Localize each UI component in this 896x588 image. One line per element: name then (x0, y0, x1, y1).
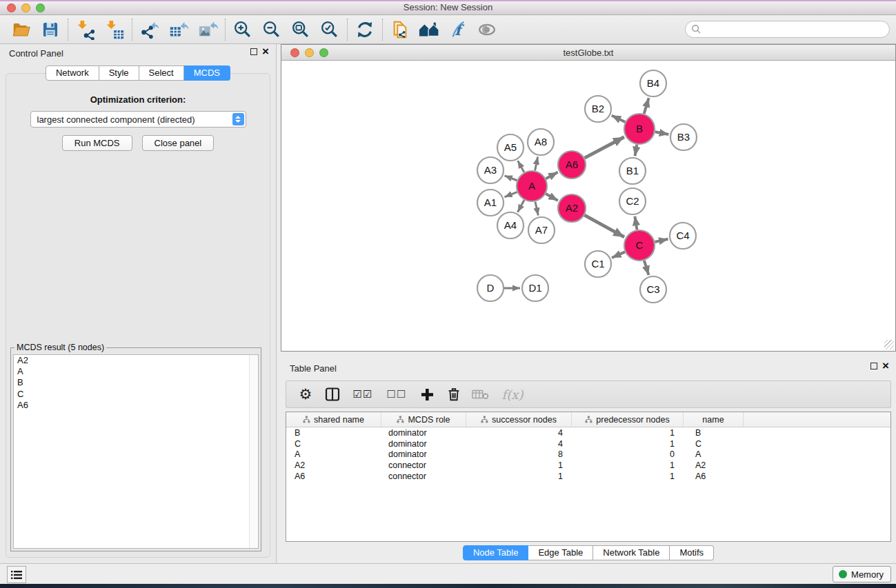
graph-edge[interactable] (546, 172, 557, 179)
graph-node-B[interactable]: B (624, 114, 655, 144)
graph-node-A2[interactable]: A2 (558, 194, 586, 222)
import-network-icon[interactable] (71, 17, 100, 42)
column-header-shared-name[interactable]: shared name (286, 412, 381, 427)
close-panel-icon[interactable]: × (882, 362, 889, 369)
table-cell[interactable]: B (684, 428, 744, 438)
clone-network-icon[interactable] (386, 17, 415, 42)
table-cell[interactable]: C (684, 439, 744, 449)
gear-icon[interactable]: ⚙ (295, 384, 316, 405)
table-cell[interactable]: 1 (572, 472, 684, 481)
eye-icon[interactable] (472, 17, 501, 42)
close-panel-icon[interactable]: × (262, 48, 269, 55)
graph-node-A5[interactable]: A5 (497, 134, 524, 161)
graph-edge[interactable] (535, 201, 538, 215)
tab-network[interactable]: Network (46, 65, 99, 81)
import-table-icon[interactable] (100, 17, 129, 42)
graph-node-A7[interactable]: A7 (528, 217, 555, 243)
table-cell[interactable]: dominator (381, 428, 466, 438)
table-cell[interactable]: 4 (466, 439, 572, 449)
graph-node-A[interactable]: A (517, 171, 547, 201)
list-item[interactable]: B (14, 377, 258, 388)
table-cell[interactable]: A2 (684, 460, 744, 470)
open-session-icon[interactable] (7, 17, 36, 42)
table-cell[interactable]: 4 (466, 428, 572, 438)
show-log-button[interactable] (7, 566, 26, 583)
delete-table-icon[interactable] (470, 384, 491, 405)
save-session-icon[interactable] (36, 17, 65, 42)
graph-node-A1[interactable]: A1 (477, 190, 504, 216)
graph-node-A8[interactable]: A8 (528, 129, 554, 155)
search-box[interactable] (685, 21, 890, 38)
network-window-titlebar[interactable]: testGlobe.txt (281, 45, 895, 61)
graph-node-A3[interactable]: A3 (477, 157, 504, 183)
table-cell[interactable]: connector (381, 472, 466, 481)
add-column-icon[interactable] (417, 384, 437, 405)
table-cell[interactable]: 8 (466, 449, 572, 459)
close-panel-button[interactable]: Close panel (142, 135, 215, 151)
graph-edge[interactable] (505, 176, 517, 181)
graph-edge[interactable] (655, 132, 669, 134)
run-mcds-button[interactable]: Run MCDS (62, 135, 132, 151)
table-cell[interactable]: dominator (381, 449, 466, 459)
table-cell[interactable]: C (286, 439, 381, 449)
home-icon[interactable] (415, 17, 444, 42)
export-image-icon[interactable] (193, 17, 222, 42)
table-cell[interactable]: 1 (572, 439, 684, 449)
table-row[interactable]: Bdominator41B (286, 427, 890, 438)
graph-node-B2[interactable]: B2 (585, 96, 611, 122)
graph-node-A6[interactable]: A6 (558, 151, 586, 179)
graph-edge[interactable] (546, 194, 558, 201)
mcds-result-list[interactable]: A2ABCA6 (13, 354, 259, 549)
export-table-icon[interactable] (164, 17, 193, 42)
zoom-fit-icon[interactable] (286, 17, 315, 42)
table-cell[interactable]: connector (381, 460, 466, 470)
graph-node-C3[interactable]: C3 (640, 276, 666, 303)
list-item[interactable]: A (14, 366, 258, 377)
delete-icon[interactable] (444, 384, 464, 405)
graph-node-D1[interactable]: D1 (522, 275, 548, 301)
tab-network-table[interactable]: Network Table (593, 545, 670, 560)
optimization-criterion-select[interactable]: largest connected component (directed) (30, 111, 246, 128)
graph-edge[interactable] (612, 116, 625, 122)
table-cell[interactable]: A6 (286, 472, 381, 481)
export-network-icon[interactable] (135, 17, 164, 42)
column-header-predecessor-nodes[interactable]: predecessor nodes (572, 412, 684, 427)
zoom-in-icon[interactable] (228, 17, 257, 42)
graph-node-C2[interactable]: C2 (619, 188, 646, 214)
toggle-graphics-details-icon[interactable]: f (444, 17, 472, 42)
select-all-icon[interactable]: ☑☑ (349, 384, 377, 405)
graph-node-C4[interactable]: C4 (670, 223, 696, 249)
zoom-selected-icon[interactable] (315, 17, 344, 42)
network-canvas[interactable]: AA1A2A3A4A5A6A7A8BB1B2B3B4CC1C2C3C4DD1 (281, 61, 895, 351)
table-cell[interactable]: A6 (684, 472, 744, 481)
column-view-icon[interactable] (322, 384, 343, 405)
table-cell[interactable]: 1 (572, 460, 684, 470)
table-cell[interactable]: B (286, 428, 381, 438)
graph-edge[interactable] (585, 137, 624, 158)
graph-node-B1[interactable]: B1 (619, 158, 646, 184)
list-item[interactable]: C (14, 389, 258, 400)
column-header-mcds-role[interactable]: MCDS role (381, 412, 466, 427)
table-cell[interactable]: 1 (572, 428, 684, 438)
table-cell[interactable]: 1 (466, 472, 572, 481)
table-row[interactable]: Adominator80A (286, 449, 890, 460)
table-row[interactable]: A6connector11A6 (286, 471, 890, 482)
deselect-all-icon[interactable]: ☐☐ (383, 384, 410, 405)
function-builder-icon[interactable]: f(x) (497, 384, 528, 405)
zoom-out-icon[interactable] (257, 17, 286, 42)
column-header-successor-nodes[interactable]: successor nodes (466, 412, 572, 427)
graph-node-C1[interactable]: C1 (585, 251, 611, 277)
table-cell[interactable]: A (286, 449, 381, 459)
table-cell[interactable]: 0 (572, 449, 684, 459)
graph-edge[interactable] (612, 252, 625, 258)
graph-edge[interactable] (535, 157, 538, 171)
graph-node-A4[interactable]: A4 (497, 212, 524, 239)
table-cell[interactable]: dominator (381, 439, 466, 449)
search-input[interactable] (701, 23, 889, 37)
table-row[interactable]: A2connector11A2 (286, 460, 890, 471)
tab-edge-table[interactable]: Edge Table (528, 545, 593, 560)
memory-button[interactable]: Memory (833, 566, 891, 582)
table-row[interactable]: Cdominator41C (286, 438, 890, 449)
tab-select[interactable]: Select (139, 65, 184, 81)
list-item[interactable]: A6 (14, 400, 258, 411)
